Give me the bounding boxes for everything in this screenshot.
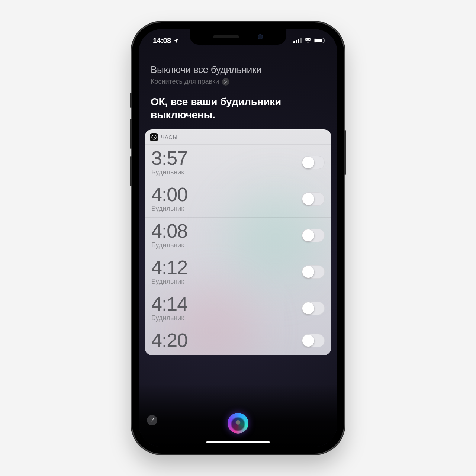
- alarm-list: 3:57Будильник4:00Будильник4:08Будильник4…: [145, 145, 331, 355]
- tap-to-edit-button[interactable]: Коснитесь для правки: [151, 78, 229, 86]
- card-header: ЧАСЫ: [145, 129, 331, 145]
- mute-switch[interactable]: [130, 93, 132, 108]
- alarm-row: 4:00Будильник: [145, 181, 331, 218]
- help-label: ?: [150, 416, 154, 424]
- status-left: 14:08: [153, 36, 179, 45]
- alarm-toggle[interactable]: [302, 229, 325, 242]
- alarm-info: 4:14Будильник: [151, 294, 187, 322]
- earpiece-speaker: [213, 35, 239, 38]
- alarm-info: 4:20: [151, 331, 187, 351]
- alarm-label: Будильник: [151, 241, 187, 249]
- alarm-row: 4:08Будильник: [145, 218, 331, 254]
- status-time: 14:08: [153, 36, 171, 45]
- toggle-knob: [302, 229, 314, 241]
- alarm-label: Будильник: [151, 314, 187, 322]
- alarm-time: 4:00: [151, 185, 187, 204]
- power-button[interactable]: [344, 130, 346, 175]
- alarm-label: Будильник: [151, 278, 187, 286]
- toggle-knob: [302, 193, 314, 205]
- alarm-info: 4:12Будильник: [151, 258, 187, 286]
- alarm-info: 3:57Будильник: [151, 148, 187, 176]
- alarm-row: 3:57Будильник: [145, 145, 331, 181]
- clock-app-icon: [150, 133, 158, 141]
- front-camera: [258, 34, 263, 39]
- tap-to-edit-label: Коснитесь для правки: [151, 78, 219, 86]
- alarm-time: 4:08: [151, 221, 187, 241]
- volume-up-button[interactable]: [130, 119, 132, 149]
- svg-rect-1: [296, 40, 297, 43]
- clock-card: ЧАСЫ 3:57Будильник4:00Будильник4:08Будил…: [145, 129, 331, 355]
- svg-rect-5: [315, 39, 322, 42]
- alarm-row: 4:12Будильник: [145, 254, 331, 290]
- cellular-icon: [293, 38, 302, 43]
- alarm-toggle[interactable]: [302, 156, 325, 169]
- volume-down-button[interactable]: [130, 156, 132, 186]
- toggle-knob: [302, 335, 314, 347]
- alarm-toggle[interactable]: [302, 302, 325, 315]
- svg-rect-0: [293, 41, 295, 43]
- svg-rect-6: [324, 39, 325, 42]
- card-title: ЧАСЫ: [161, 134, 178, 140]
- alarm-row: 4:20: [145, 327, 331, 355]
- alarm-label: Будильник: [151, 205, 187, 213]
- alarm-time: 4:20: [151, 331, 187, 350]
- siri-user-query: Выключи все будильники: [151, 64, 325, 75]
- notch: [190, 29, 286, 45]
- alarm-info: 4:08Будильник: [151, 221, 187, 249]
- status-right: [293, 38, 325, 43]
- chevron-right-icon: [222, 78, 229, 86]
- battery-icon: [314, 38, 325, 43]
- alarm-row: 4:14Будильник: [145, 290, 331, 327]
- alarm-time: 4:14: [151, 294, 187, 313]
- home-indicator[interactable]: [206, 441, 270, 443]
- svg-rect-2: [298, 39, 299, 43]
- toggle-knob: [302, 266, 314, 278]
- wifi-icon: [304, 38, 312, 43]
- svg-rect-3: [300, 38, 302, 43]
- toggle-knob: [302, 302, 314, 314]
- phone-frame: 14:08: [132, 22, 344, 454]
- alarm-label: Будильник: [151, 168, 187, 176]
- siri-orb-button[interactable]: [228, 413, 248, 434]
- screen: 14:08: [139, 29, 337, 447]
- siri-help-button[interactable]: ?: [147, 415, 157, 425]
- alarm-time: 3:57: [151, 148, 187, 168]
- alarm-toggle[interactable]: [302, 192, 325, 206]
- alarm-info: 4:00Будильник: [151, 185, 187, 213]
- location-icon: [173, 38, 179, 44]
- alarm-time: 4:12: [151, 258, 187, 277]
- alarm-toggle[interactable]: [302, 334, 325, 347]
- alarm-toggle[interactable]: [302, 265, 325, 279]
- toggle-knob: [302, 157, 314, 168]
- siri-response: ОК, все ваши будильники выключены.: [151, 95, 325, 121]
